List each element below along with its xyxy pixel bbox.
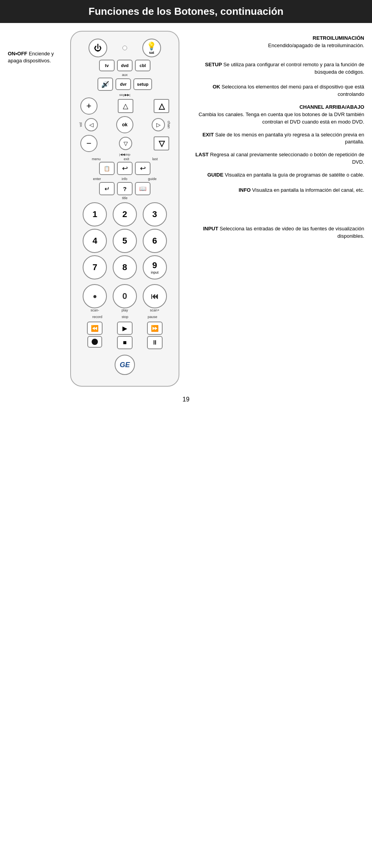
backlight-button[interactable]: 💡 sat — [142, 39, 161, 57]
rewind-button[interactable]: ⏪ — [87, 322, 103, 335]
input-annotation: INPUT Selecciona las entradas de video d… — [185, 225, 364, 240]
scan-plus-item: ⏮ scan+ — [143, 284, 167, 312]
scan-plus-label: scan+ — [150, 308, 159, 312]
retroiluminacion-bold: RETROILUMINACIÓN — [313, 35, 364, 41]
pause-button[interactable]: ⏸ — [147, 336, 163, 349]
ok-bold: OK — [213, 84, 220, 90]
transport-labels: record stop pause — [77, 315, 172, 319]
play-button[interactable]: ▶ — [117, 322, 133, 335]
setup-annotation: SETUP Se utiliza para configurar el cont… — [185, 61, 364, 76]
page-header: Funciones de los Botones, continuación — [0, 0, 372, 23]
header-title: Funciones de los Botones, continuación — [89, 5, 283, 17]
mute-icon: 🔊 — [101, 81, 109, 88]
nav-right-button[interactable]: ▷ — [152, 118, 165, 131]
mute-button[interactable]: 🔊 — [97, 78, 113, 91]
last-item: last — [152, 157, 158, 161]
last-label: last — [152, 157, 158, 161]
on-off-label-bold: ON•OFF — [8, 51, 27, 57]
guide-text: Visualiza en pantalla la guía de program… — [225, 172, 365, 178]
title-label: title — [77, 196, 172, 200]
enter-button[interactable]: ↵ — [99, 182, 115, 195]
retroiluminacion-annotation: RETROILUMINACIÓN Encendido/apagado de la… — [185, 35, 364, 49]
fast-forward-button[interactable]: ⏩ — [147, 322, 163, 335]
play-item: 0 play — [113, 284, 137, 312]
info-label: info — [122, 177, 128, 181]
page-number: 19 — [0, 396, 372, 411]
scan-minus-label: scan- — [90, 308, 99, 312]
guide-label: guide — [148, 177, 156, 181]
menu-exit-last-buttons: 📋 ↩ ↩ — [77, 162, 172, 175]
last-button[interactable]: ↩ — [135, 162, 151, 175]
dvr-button[interactable]: dvr — [115, 78, 131, 90]
vol-chan-top-row: + △ △ — [77, 97, 172, 115]
input-text: Selecciona las entradas de video de las … — [220, 226, 364, 239]
num-0-button[interactable]: 0 — [113, 284, 137, 308]
num-6-button[interactable]: 6 — [143, 229, 167, 253]
info-annotation: INFO Visualiza en pantalla la informació… — [185, 187, 364, 194]
right-annotation-col: RETROILUMINACIÓN Encendido/apagado de la… — [181, 31, 364, 387]
num-9-button[interactable]: 9input — [143, 255, 167, 279]
vol-label: vol — [79, 122, 83, 127]
vol-chan-bottom-row: − ▽ ▽ — [77, 135, 172, 152]
ok-button[interactable]: ok — [116, 116, 133, 133]
device-row: tv dvd cbl — [77, 60, 172, 71]
scan-play-row: ● scan- 0 play ⏮ scan+ — [77, 283, 172, 314]
vol-up-button[interactable]: + — [80, 97, 97, 115]
chan-up-button[interactable]: △ — [154, 99, 169, 113]
exit-text: Sale de los menús en pantalla y/o regres… — [215, 132, 364, 145]
tv-button[interactable]: tv — [99, 60, 115, 71]
input-bold: INPUT — [203, 226, 218, 232]
record-button[interactable] — [87, 336, 102, 348]
aux-label: aux — [77, 73, 172, 77]
nav-left-button[interactable]: ◁ — [85, 118, 98, 131]
setup-bold: SETUP — [205, 62, 222, 67]
num-4-button[interactable]: 4 — [83, 229, 107, 253]
num-1-button[interactable]: 1 — [83, 202, 107, 226]
num-8-button[interactable]: 8 — [113, 255, 137, 279]
channel-text: Cambia los canales. Tenga en cuenta que … — [198, 111, 364, 125]
setup-text: Se utiliza para configurar el control re… — [223, 62, 364, 75]
setup-button[interactable]: setup — [133, 78, 152, 90]
ge-logo: GE — [115, 355, 135, 375]
nav-down-button[interactable]: ▽ — [119, 137, 132, 150]
exit-bold: EXIT — [202, 132, 214, 138]
last-text: Regresa al canal previamente seleccionad… — [210, 152, 364, 165]
menu-button[interactable]: 📋 — [99, 162, 115, 175]
vol-ok-chan-row: vol ◁ ok ▷ chan — [77, 116, 172, 133]
info-bold: INFO — [239, 187, 251, 193]
dvd-button[interactable]: dvd — [117, 60, 133, 71]
chan-label: chan — [167, 121, 171, 129]
guide-annotation: GUIDE Visualiza en pantalla la guía de p… — [185, 171, 364, 179]
channel-annotation: CHANNEL ARRIBA/ABAJO Cambia los canales.… — [185, 104, 364, 126]
skip-left-label: |◀◀skip — [77, 153, 172, 156]
guide-button[interactable]: 📖 — [135, 182, 151, 195]
scan-minus-item: ● scan- — [83, 284, 107, 312]
ok-text: Selecciona los elementos del menú para e… — [221, 84, 364, 97]
vol-down-button[interactable]: − — [80, 135, 97, 152]
power-button[interactable]: ⏻ — [89, 39, 107, 57]
mute-dvr-setup-row: 🔊 dvr setup — [77, 78, 172, 91]
exit-button[interactable]: ↩ — [117, 162, 133, 175]
retroiluminacion-text: Encendido/apagado de la retroiluminación… — [268, 42, 364, 48]
chan-down-button[interactable]: ▽ — [154, 136, 169, 150]
input-sub-label: input — [151, 270, 159, 274]
stop-button[interactable]: ■ — [117, 336, 133, 349]
number-pad: 1 2 3 4 5 6 7 8 9input — [77, 201, 172, 281]
num-5-button[interactable]: 5 — [113, 229, 137, 253]
num-3-button[interactable]: 3 — [143, 202, 167, 226]
last-annotation: LAST Regresa al canal previamente selecc… — [185, 151, 364, 166]
exit-label: exit — [124, 157, 129, 161]
dot-button[interactable]: ● — [83, 284, 107, 308]
cbl-button[interactable]: cbl — [135, 60, 151, 71]
exit-item: exit — [124, 157, 129, 161]
sat-label: sat — [149, 51, 154, 55]
input-button[interactable]: ⏮ — [143, 284, 167, 308]
play-label: play — [122, 308, 128, 312]
info-button[interactable]: ? — [117, 182, 133, 195]
num-2-button[interactable]: 2 — [113, 202, 137, 226]
transport-buttons: ⏪ ▶ ■ ⏩ ⏸ — [77, 320, 172, 351]
stop-label: stop — [122, 315, 128, 319]
nav-up-button[interactable]: △ — [118, 99, 133, 113]
num-7-button[interactable]: 7 — [83, 255, 107, 279]
dot-indicator — [122, 46, 127, 50]
